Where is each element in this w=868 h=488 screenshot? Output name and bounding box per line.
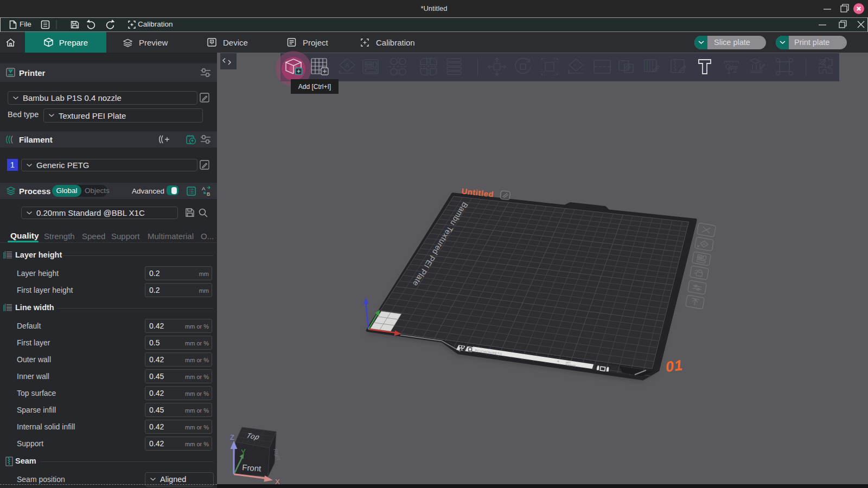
svg-text:Z: Z [230, 433, 234, 441]
svg-text:B: B [207, 191, 210, 196]
svg-text:01: 01 [665, 357, 684, 375]
svg-text:A: A [202, 185, 206, 191]
svg-text:Front: Front [242, 463, 262, 473]
svg-text:A: A [703, 242, 706, 246]
